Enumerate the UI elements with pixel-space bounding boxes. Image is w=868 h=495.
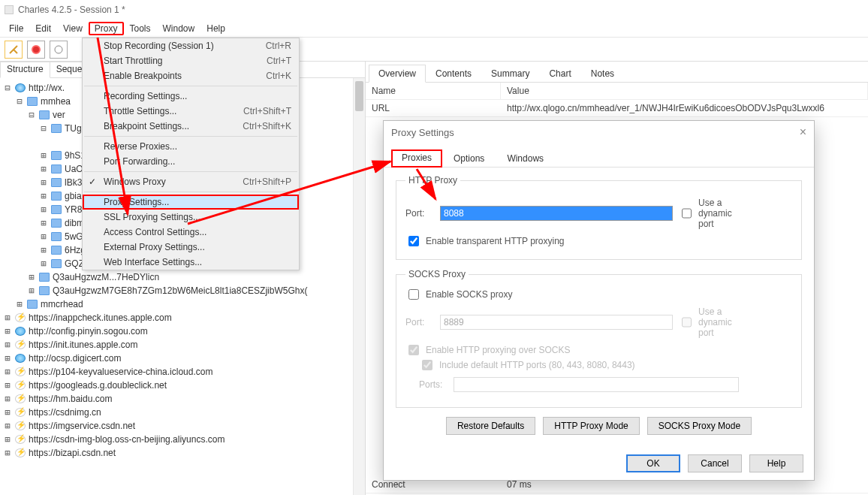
folder-icon: [51, 246, 62, 255]
folder-icon: [39, 110, 50, 119]
menu-ssl-proxying-settings[interactable]: SSL Proxying Settings...: [83, 210, 299, 225]
record-icon: [32, 45, 41, 54]
socks-port-label: Port:: [405, 317, 434, 327]
menu-file[interactable]: File: [3, 22, 29, 35]
menu-recording-settings[interactable]: Recording Settings...: [83, 89, 299, 104]
folder-icon: [27, 300, 38, 309]
tree-host: https://hm.baidu.com: [29, 394, 112, 404]
ok-button[interactable]: OK: [626, 454, 680, 472]
overview-table-header: Name Value: [366, 83, 868, 100]
tree-host: http://config.pinyin.sogou.com: [29, 326, 148, 337]
tree-host: https://csdn-img-blog.oss-cn-beijing.ali…: [29, 434, 225, 445]
tree-host: http://ocsp.digicert.com: [29, 353, 121, 364]
window-titlebar: Charles 4.2.5 - Session 1 *: [0, 0, 868, 20]
overview-table-row[interactable]: URL http://wx.qlogo.cn/mmhead/ver_1/NWJH…: [366, 100, 868, 117]
http-port-input[interactable]: [440, 206, 673, 221]
right-tabs: Overview Contents Summary Chart Notes: [366, 62, 868, 83]
socks-http-over-checkbox: Enable HTTP proxying over SOCKS: [405, 343, 792, 358]
cell-value: http://wx.qlogo.cn/mmhead/ver_1/NWJH4IrE…: [501, 100, 868, 116]
tree-item: Q3auHgzwzM...7HeDYlicn: [53, 272, 159, 282]
tree-host: https://googleads.g.doubleclick.net: [29, 380, 167, 391]
menu-external-proxy-settings[interactable]: External Proxy Settings...: [83, 240, 299, 255]
menu-separator: [84, 192, 297, 192]
tab-options[interactable]: Options: [442, 149, 496, 167]
folder-icon: [51, 259, 62, 268]
menu-view[interactable]: View: [57, 22, 89, 35]
menu-separator: [84, 171, 297, 172]
tree-item: Q3auHgzwzM7GE8h7ZGm12bW6MeicL8lt1ia8CESZ…: [53, 285, 307, 296]
toolbar-other-button[interactable]: [50, 41, 68, 59]
menu-tools[interactable]: Tools: [124, 22, 157, 35]
window-title: Charles 4.2.5 - Session 1 *: [18, 5, 125, 15]
restore-defaults-button[interactable]: Restore Defaults: [446, 417, 535, 435]
menu-stop-recording[interactable]: Stop Recording (Session 1)Ctrl+R: [83, 38, 299, 53]
socks-port-input: [440, 315, 673, 330]
dialog-title: Proxy Settings: [391, 127, 454, 138]
folder-icon: [51, 164, 62, 174]
menu-separator: [84, 136, 297, 137]
tab-windows[interactable]: Windows: [496, 149, 555, 167]
tree-host: https://csdnimg.cn: [29, 407, 101, 418]
cancel-button[interactable]: Cancel: [688, 454, 742, 472]
help-button[interactable]: Help: [749, 454, 803, 472]
host-icon: [15, 381, 26, 390]
menu-start-throttling[interactable]: Start ThrottlingCtrl+T: [83, 53, 299, 68]
proxy-settings-dialog: Proxy Settings × Proxies Options Windows…: [383, 120, 815, 481]
dialog-action-buttons: OK Cancel Help: [384, 447, 814, 480]
dialog-tabs: Proxies Options Windows: [384, 143, 814, 168]
tab-contents[interactable]: Contents: [426, 65, 481, 82]
menubar: File Edit View Proxy Tools Window Help: [0, 20, 868, 38]
tree-host: https://bizapi.csdn.net: [29, 448, 116, 458]
cell-name: URL: [366, 100, 501, 116]
http-proxy-mode-button[interactable]: HTTP Proxy Mode: [543, 417, 639, 435]
tree-host: https://p104-keyvalueservice-china.iclou…: [29, 367, 212, 377]
host-icon: [15, 394, 26, 403]
tab-proxies[interactable]: Proxies: [391, 149, 442, 168]
close-icon[interactable]: ×: [800, 125, 806, 139]
menu-throttle-settings[interactable]: Throttle Settings...Ctrl+Shift+T: [83, 104, 299, 119]
http-port-label: Port:: [405, 208, 434, 219]
host-icon: [15, 313, 26, 322]
tree-host: https://inappcheck.itunes.apple.com: [29, 312, 172, 323]
menu-access-control-settings[interactable]: Access Control Settings...: [83, 225, 299, 240]
menu-reverse-proxies[interactable]: Reverse Proxies...: [83, 139, 299, 154]
menu-breakpoint-settings[interactable]: Breakpoint Settings...Ctrl+Shift+K: [83, 119, 299, 134]
menu-window[interactable]: Window: [157, 22, 201, 35]
menu-web-interface-settings[interactable]: Web Interface Settings...: [83, 255, 299, 270]
tab-notes[interactable]: Notes: [581, 65, 624, 82]
host-icon: [15, 435, 26, 444]
http-dynamic-port-checkbox[interactable]: Use a dynamic port: [679, 198, 707, 229]
proxy-menu-dropdown: Stop Recording (Session 1)Ctrl+R Start T…: [82, 38, 300, 270]
menu-proxy-settings[interactable]: Proxy Settings...: [83, 195, 299, 210]
globe-icon: [15, 83, 26, 92]
menu-separator: [84, 86, 297, 86]
tab-summary[interactable]: Summary: [481, 65, 539, 82]
menu-port-forwarding[interactable]: Port Forwarding...: [83, 154, 299, 169]
host-icon: [15, 327, 26, 336]
socks-enable-checkbox[interactable]: Enable SOCKS proxy: [405, 287, 792, 302]
folder-icon: [51, 124, 62, 133]
folder-icon: [27, 97, 38, 106]
menu-proxy[interactable]: Proxy: [89, 22, 124, 35]
menu-enable-breakpoints[interactable]: Enable BreakpointsCtrl+K: [83, 68, 299, 83]
tab-overview[interactable]: Overview: [369, 65, 426, 83]
tree-scrollbar[interactable]: [353, 78, 365, 495]
app-icon: [5, 5, 14, 14]
menu-help[interactable]: Help: [200, 22, 231, 35]
socks-dynamic-port-checkbox: Use a dynamic port: [679, 306, 707, 338]
socks-ports-label: Ports:: [419, 379, 448, 390]
http-transparent-checkbox[interactable]: Enable transparent HTTP proxying: [405, 234, 792, 249]
tab-chart[interactable]: Chart: [539, 65, 580, 82]
tree-item: mmhea: [41, 96, 71, 107]
folder-icon: [51, 219, 62, 228]
folder-icon: [39, 286, 50, 295]
tab-structure[interactable]: Structure: [0, 62, 50, 78]
menu-edit[interactable]: Edit: [29, 22, 57, 35]
toolbar-record-button[interactable]: [27, 41, 45, 59]
socks-proxy-mode-button[interactable]: SOCKS Proxy Mode: [647, 417, 752, 435]
menu-windows-proxy[interactable]: Windows ProxyCtrl+Shift+P: [83, 174, 299, 189]
toolbar-broom-button[interactable]: [5, 41, 23, 59]
folder-icon: [51, 178, 62, 187]
socks-proxy-legend: SOCKS Proxy: [405, 269, 469, 279]
socks-include-ports-checkbox: Include default HTTP ports (80, 443, 808…: [405, 358, 792, 373]
